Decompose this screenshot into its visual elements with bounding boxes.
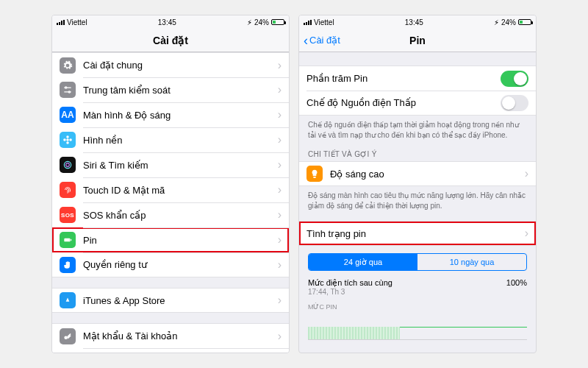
row-label: Quyền riêng tư [83, 259, 278, 270]
row-battery-health[interactable]: Tình trạng pin › [299, 221, 536, 246]
carrier-label: Viettel [67, 18, 87, 26]
key-icon [60, 328, 76, 344]
svg-point-4 [66, 138, 69, 141]
brightness-note: Độ sáng màn hình cao tiêu thụ mức năng l… [299, 186, 536, 210]
bulb-icon [306, 166, 323, 182]
siri-icon [60, 157, 76, 173]
mail-icon [60, 353, 76, 353]
phone-right-battery: Viettel 13:45 ⚡︎ 24% ‹ Cài đặt Pin Phần … [298, 15, 537, 353]
page-title: Cài đặt [153, 35, 188, 46]
dual-screenshot-stage: Viettel 13:45 ⚡︎ 24% Cài đặt Cài đặt chu… [51, 15, 537, 353]
battery-icon [60, 232, 76, 248]
back-label: Cài đặt [309, 35, 340, 46]
battery-icon [271, 19, 284, 25]
row-label: Màn hình & Độ sáng [83, 110, 278, 121]
svg-rect-11 [64, 238, 70, 242]
chevron-right-icon: › [278, 183, 289, 197]
row-label: Tình trạng pin [306, 228, 525, 239]
row-label: Touch ID & Mật mã [83, 185, 278, 196]
row-low-power-mode[interactable]: Chế độ Nguồn điện Thấp [299, 91, 536, 116]
phone-left-settings: Viettel 13:45 ⚡︎ 24% Cài đặt Cài đặt chu… [51, 15, 290, 353]
row-label: Độ sáng cao [330, 169, 525, 180]
flower-icon [60, 132, 76, 148]
row-battery[interactable]: Pin › [52, 227, 289, 252]
row-label: SOS khẩn cấp [83, 210, 278, 221]
chevron-right-icon: › [278, 133, 289, 146]
carrier-label: Viettel [314, 18, 334, 26]
chevron-right-icon: › [525, 227, 536, 240]
row-label: Siri & Tìm kiếm [83, 160, 278, 171]
row-appstore[interactable]: iTunes & App Store › [52, 288, 289, 313]
chevron-right-icon: › [278, 59, 289, 72]
row-brightness-insight[interactable]: Độ sáng cao › [299, 161, 536, 186]
signal-icon [304, 20, 312, 25]
row-touchid[interactable]: Touch ID & Mật mã › [52, 177, 289, 202]
clock: 13:45 [405, 18, 423, 26]
chart-header: MỨC PIN [299, 299, 536, 311]
hand-icon [60, 257, 76, 273]
settings-list[interactable]: Cài đặt chung › Trung tâm kiểm soát › AA… [52, 52, 289, 353]
row-mail[interactable]: Mail › [52, 348, 289, 353]
last-charge-row: Mức điện tích sau cùng 100% [299, 275, 536, 288]
row-display[interactable]: AA Màn hình & Độ sáng › [52, 102, 289, 127]
svg-point-14 [64, 336, 68, 339]
chevron-left-icon: ‹ [304, 34, 308, 47]
seg-24h[interactable]: 24 giờ qua [309, 254, 417, 270]
row-label: Pin [83, 235, 278, 246]
clock: 13:45 [158, 18, 176, 26]
time-range-segmented[interactable]: 24 giờ qua 10 ngày qua [308, 253, 527, 271]
last-charge-time: 17:44, Th 3 [299, 288, 536, 299]
toggle-battery-percentage[interactable] [501, 71, 528, 87]
nav-bar: Cài đặt [52, 29, 289, 52]
last-charge-label: Mức điện tích sau cùng [308, 278, 392, 288]
battery-screen[interactable]: Phần trăm Pin Chế độ Nguồn điện Thấp Chế… [299, 52, 536, 353]
row-privacy[interactable]: Quyền riêng tư › [52, 252, 289, 277]
battery-level-chart [308, 312, 527, 340]
svg-point-5 [66, 135, 69, 138]
svg-point-8 [69, 138, 72, 141]
gear-icon [60, 57, 76, 74]
page-title: Pin [409, 35, 426, 46]
display-icon: AA [60, 107, 76, 123]
last-charge-value: 100% [506, 278, 527, 288]
toggle-low-power-mode[interactable] [501, 95, 528, 111]
insights-header: CHI TIẾT VÀ GỢI Ý [299, 140, 536, 161]
row-siri[interactable]: Siri & Tìm kiếm › [52, 152, 289, 177]
back-button[interactable]: ‹ Cài đặt [304, 34, 340, 47]
battery-pct: 24% [254, 18, 269, 26]
seg-10d[interactable]: 10 ngày qua [417, 254, 526, 270]
row-label: Cài đặt chung [83, 60, 278, 71]
sos-icon: SOS [60, 207, 76, 223]
svg-point-9 [64, 161, 71, 168]
charging-icon: ⚡︎ [247, 18, 252, 26]
chevron-right-icon: › [278, 83, 289, 96]
chevron-right-icon: › [278, 108, 289, 121]
row-label: Trung tâm kiểm soát [83, 85, 278, 96]
chevron-right-icon: › [278, 294, 289, 307]
row-passwords[interactable]: Mật khẩu & Tài khoản › [52, 323, 289, 348]
fingerprint-icon [60, 182, 76, 198]
svg-point-7 [63, 138, 66, 141]
row-control-center[interactable]: Trung tâm kiểm soát › [52, 77, 289, 102]
row-label: Hình nền [83, 135, 278, 146]
row-battery-percentage[interactable]: Phần trăm Pin [299, 66, 536, 91]
chevron-right-icon: › [278, 330, 289, 343]
svg-point-10 [66, 163, 70, 167]
chevron-right-icon: › [278, 233, 289, 247]
row-label: Mật khẩu & Tài khoản [83, 330, 278, 342]
battery-icon [518, 19, 531, 25]
chevron-right-icon: › [525, 167, 536, 180]
chevron-right-icon: › [278, 158, 289, 171]
charging-icon: ⚡︎ [494, 18, 499, 26]
row-label: Phần trăm Pin [306, 73, 501, 84]
chevron-right-icon: › [278, 258, 289, 272]
row-sos[interactable]: SOS SOS khẩn cấp › [52, 202, 289, 227]
row-wallpaper[interactable]: Hình nền › [52, 127, 289, 152]
svg-rect-12 [71, 239, 71, 241]
sliders-icon [60, 82, 76, 98]
chevron-right-icon: › [278, 208, 289, 222]
row-label: iTunes & App Store [83, 295, 278, 306]
battery-pct: 24% [501, 18, 516, 26]
row-general[interactable]: Cài đặt chung › [52, 52, 289, 77]
svg-point-6 [66, 141, 69, 144]
